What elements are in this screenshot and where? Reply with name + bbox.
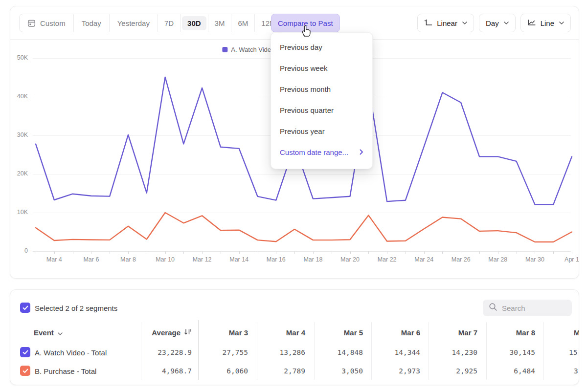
- x-axis-tick: [183, 252, 184, 254]
- x-axis-tick: [517, 252, 517, 254]
- x-axis-tick: [294, 252, 295, 254]
- x-axis-label: Mar 26: [446, 256, 475, 263]
- menu-item-custom-date-range[interactable]: Custom date range...: [271, 142, 372, 163]
- table-value: 27,755: [199, 348, 248, 356]
- x-axis-label: Apr 1: [557, 256, 579, 263]
- x-axis-tick: [535, 252, 535, 254]
- clipped-table-value: 15,: [569, 348, 579, 356]
- x-axis-tick: [110, 252, 110, 254]
- menu-item-previous-day[interactable]: Previous day: [271, 37, 372, 58]
- row-checkbox[interactable]: [20, 366, 30, 376]
- table-value: 3,050: [314, 367, 363, 375]
- date-column-header[interactable]: Mar 4: [256, 328, 305, 337]
- x-axis-label: Mar 8: [113, 256, 143, 263]
- x-axis-label: Mar 4: [40, 256, 69, 263]
- x-axis-tick: [239, 252, 240, 254]
- date-column-header[interactable]: Mar 6: [371, 328, 420, 337]
- menu-item-previous-week[interactable]: Previous week: [271, 58, 372, 79]
- x-axis-tick: [258, 252, 258, 254]
- x-axis-tick: [54, 252, 55, 254]
- chevron-down-icon: [58, 328, 63, 337]
- checkmark-icon: [23, 367, 28, 375]
- x-axis-label: Mar 14: [225, 256, 254, 263]
- x-axis-label: Mar 24: [409, 256, 439, 263]
- x-axis-label: Mar 20: [336, 256, 365, 263]
- chevron-right-icon: [360, 148, 363, 156]
- table-value: 6,060: [199, 367, 248, 375]
- date-column-header[interactable]: Mar 5: [314, 328, 363, 337]
- x-axis-label: Mar 6: [76, 256, 106, 263]
- table-value: 2,925: [429, 367, 477, 375]
- menu-item-previous-quarter[interactable]: Previous quarter: [271, 100, 372, 121]
- x-axis-tick: [91, 252, 91, 254]
- row-label: A. Watch Video - Total: [35, 348, 107, 357]
- x-axis-tick: [350, 252, 351, 254]
- x-axis-label: Mar 28: [483, 256, 513, 263]
- x-axis-tick: [479, 252, 480, 254]
- column-divider: [543, 322, 544, 380]
- selected-segments-label: Selected 2 of 2 segments: [35, 304, 117, 312]
- x-axis-tick: [147, 252, 147, 254]
- x-axis-tick: [128, 252, 129, 254]
- series-line-b: [36, 213, 572, 242]
- x-axis-tick: [368, 252, 369, 254]
- x-axis-tick: [442, 252, 443, 254]
- x-axis-tick: [553, 252, 554, 254]
- x-axis-tick: [202, 252, 203, 254]
- row-checkbox[interactable]: [20, 347, 30, 357]
- search-input[interactable]: [502, 304, 565, 312]
- x-axis-tick: [313, 252, 314, 254]
- search-icon: [489, 303, 497, 313]
- x-axis-tick: [387, 252, 387, 254]
- date-column-header[interactable]: Mar 3: [199, 328, 248, 337]
- table-value: 30,145: [486, 348, 535, 356]
- table-value: 14,230: [429, 348, 477, 356]
- column-divider: [141, 322, 141, 380]
- x-axis-tick: [406, 252, 406, 254]
- x-axis-tick: [498, 252, 498, 254]
- table-value: 14,848: [314, 348, 363, 356]
- table-value: 14,344: [371, 348, 420, 356]
- compare-to-past-menu: Previous dayPrevious weekPrevious monthP…: [271, 32, 373, 169]
- x-axis-label: Mar 18: [298, 256, 328, 263]
- menu-item-previous-year[interactable]: Previous year: [271, 121, 372, 142]
- x-axis-label: Mar 12: [187, 256, 217, 263]
- x-axis-tick: [165, 252, 166, 254]
- column-divider: [198, 320, 199, 380]
- x-axis-tick: [221, 252, 221, 254]
- average-column-header[interactable]: Average: [98, 328, 192, 337]
- segments-table-card: Selected 2 of 2 segments Event Average M…: [10, 289, 579, 385]
- x-axis-tick: [461, 252, 461, 254]
- search-box[interactable]: [483, 300, 572, 316]
- x-axis-tick: [332, 252, 332, 254]
- x-axis-tick: [36, 252, 36, 254]
- sort-descending-icon: [184, 328, 192, 337]
- table-value: 13,286: [256, 348, 305, 356]
- select-all-checkbox[interactable]: [20, 303, 30, 313]
- row-label: B. Purchase - Total: [35, 367, 96, 375]
- clipped-table-value: 3,: [574, 367, 579, 375]
- average-value: 23,228.9: [143, 348, 192, 356]
- average-value: 4,968.7: [143, 367, 192, 375]
- x-axis-label: Mar 22: [372, 256, 402, 263]
- date-column-header[interactable]: Mar 8: [486, 328, 535, 337]
- x-axis-tick: [572, 252, 572, 254]
- x-axis-tick: [276, 252, 276, 254]
- menu-item-previous-month[interactable]: Previous month: [271, 79, 372, 100]
- checkmark-icon: [23, 348, 28, 357]
- checkmark-icon: [23, 304, 28, 312]
- table-value: 2,973: [371, 367, 420, 375]
- date-column-header[interactable]: Mar 7: [429, 328, 477, 337]
- x-axis-label: Mar 16: [261, 256, 291, 263]
- event-column-header[interactable]: Event: [34, 328, 63, 337]
- x-axis-tick: [73, 252, 73, 254]
- clipped-column-header: M: [574, 328, 579, 337]
- x-axis-label: Mar 30: [520, 256, 549, 263]
- table-value: 6,484: [486, 367, 535, 375]
- table-value: 2,789: [256, 367, 305, 375]
- x-axis-tick: [424, 252, 425, 254]
- x-axis-label: Mar 10: [151, 256, 180, 263]
